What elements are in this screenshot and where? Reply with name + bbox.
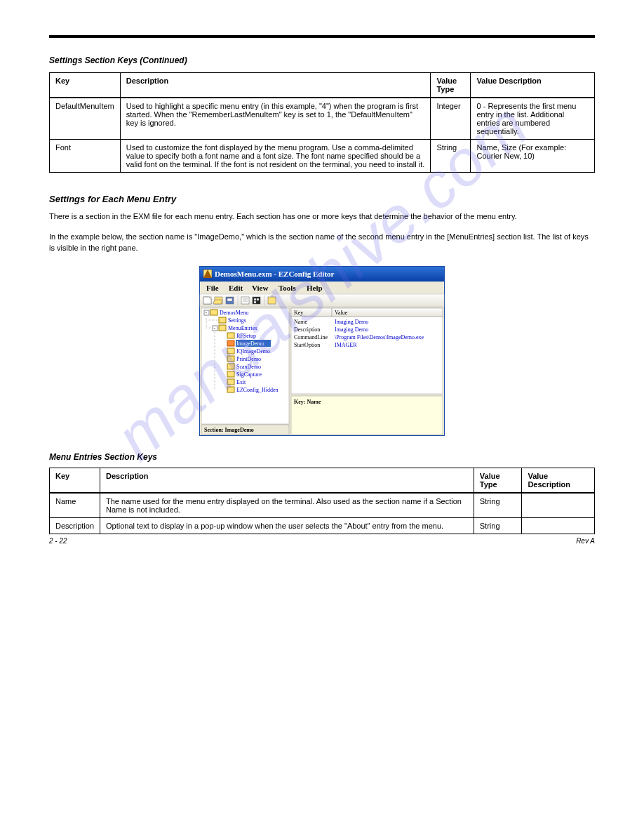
header-rule bbox=[49, 35, 595, 38]
cell-vtype: String bbox=[474, 518, 522, 534]
cell-key: DefaultMenuItem bbox=[50, 98, 121, 140]
table-header-row: Key Description Value Type Value Descrip… bbox=[50, 468, 595, 494]
svg-rect-35 bbox=[227, 387, 234, 392]
table-row: Name The name used for the menu entry di… bbox=[50, 493, 595, 518]
kv-k3: StartOption bbox=[294, 342, 320, 348]
section2-heading: Settings for Each Menu Entry bbox=[49, 194, 595, 204]
kv-v2: \Program Files\Demos\ImageDemo.exe bbox=[335, 334, 424, 340]
tree-scandemo: ScanDemo bbox=[236, 364, 261, 370]
svg-rect-34 bbox=[227, 379, 234, 385]
table-header-row: Key Description Value Type Value Descrip… bbox=[50, 73, 595, 98]
tree-ezconfighidden: EZConfig_Hidden bbox=[236, 387, 279, 393]
cell-desc: Used to customize the font displayed by … bbox=[120, 140, 431, 173]
svg-rect-43 bbox=[332, 308, 443, 317]
tree-sigcapture: SigCapture bbox=[236, 371, 262, 378]
svg-rect-22 bbox=[210, 310, 217, 315]
svg-rect-26 bbox=[219, 325, 226, 331]
menu-view: View bbox=[252, 284, 268, 292]
section2-para2: In the example below, the section name i… bbox=[49, 232, 595, 253]
svg-rect-28 bbox=[227, 340, 234, 346]
svg-rect-31 bbox=[227, 356, 234, 362]
cell-vtype: String bbox=[474, 493, 522, 518]
cell-vdesc bbox=[522, 518, 595, 534]
svg-rect-30 bbox=[227, 348, 234, 354]
tree-menuentries: MenuEntries bbox=[228, 325, 257, 331]
tree-root: DemosMenu bbox=[220, 310, 248, 316]
svg-rect-18 bbox=[268, 297, 276, 304]
svg-rect-33 bbox=[227, 371, 234, 377]
menu-tools: Tools bbox=[279, 284, 296, 292]
section2-para1: There is a section in the EXM file for e… bbox=[49, 211, 595, 222]
tree-settings: Settings bbox=[228, 317, 246, 324]
cell-desc: Optional text to display in a pop-up win… bbox=[100, 518, 474, 534]
cell-vdesc: 0 - Represents the first menu entry in t… bbox=[471, 98, 595, 140]
page-footer: 2 - 22 Rev A bbox=[49, 537, 595, 545]
section-label: Section: ImageDemo bbox=[204, 427, 254, 433]
svg-rect-8 bbox=[227, 298, 232, 301]
menu-edit: Edit bbox=[229, 284, 243, 292]
tree-iqimagedemo: IQImageDemo bbox=[236, 348, 270, 355]
svg-rect-27 bbox=[227, 333, 234, 338]
ezconfig-screenshot: DemosMenu.exm - EZConfig Editor File Edi… bbox=[199, 266, 445, 436]
cell-desc: Used to highlight a specific menu entry … bbox=[120, 98, 431, 140]
col-vdesc: Value Description bbox=[471, 73, 595, 98]
kv-v3: IMAGER bbox=[335, 342, 357, 348]
kv-k0: Name bbox=[294, 319, 308, 325]
col-vtype: Value Type bbox=[431, 73, 471, 98]
cell-vdesc bbox=[522, 493, 595, 518]
listhdr-value: Value bbox=[335, 310, 348, 316]
svg-rect-16 bbox=[254, 301, 256, 303]
cell-key: Font bbox=[50, 140, 121, 173]
titlebar-text: DemosMenu.exm - EZConfig Editor bbox=[215, 270, 335, 278]
cell-vtype: Integer bbox=[431, 98, 471, 140]
svg-rect-32 bbox=[227, 364, 234, 369]
col-vtype: Value Type bbox=[474, 468, 522, 494]
menu-help: Help bbox=[307, 284, 323, 292]
tree-rfsetup: RFSetup bbox=[236, 333, 256, 339]
cell-desc: The name used for the menu entry display… bbox=[100, 493, 474, 518]
kv-v1: Imaging Demo bbox=[335, 326, 368, 333]
table-row: DefaultMenuItem Used to highlight a spec… bbox=[50, 98, 595, 140]
svg-rect-15 bbox=[257, 298, 259, 300]
tree-imagedemo: ImageDemo bbox=[236, 340, 264, 347]
tree-printdemo: PrintDemo bbox=[236, 356, 261, 362]
col-key: Key bbox=[50, 73, 121, 98]
table-row: Description Optional text to display in … bbox=[50, 518, 595, 534]
cell-key: Name bbox=[50, 493, 100, 518]
table-row: Font Used to customize the font displaye… bbox=[50, 140, 595, 173]
col-key: Key bbox=[50, 468, 100, 494]
tree-exit: Exit bbox=[236, 379, 246, 385]
listhdr-key: Key bbox=[294, 310, 303, 316]
menu-file: File bbox=[206, 284, 219, 292]
kv-k1: Description bbox=[294, 326, 320, 333]
svg-rect-23 bbox=[219, 317, 226, 323]
page-content: Settings Section Keys (Continued) Key De… bbox=[49, 35, 595, 534]
cell-vtype: String bbox=[431, 140, 471, 173]
table2-caption: Menu Entries Section Keys bbox=[49, 452, 595, 462]
svg-text:-: - bbox=[206, 310, 208, 316]
svg-rect-14 bbox=[254, 298, 256, 300]
col-desc: Description bbox=[100, 468, 474, 494]
footer-right: Rev A bbox=[576, 537, 595, 545]
svg-rect-10 bbox=[241, 297, 249, 304]
svg-rect-13 bbox=[253, 297, 260, 304]
col-vdesc: Value Description bbox=[522, 468, 595, 494]
svg-text:-: - bbox=[214, 325, 216, 331]
menu-entries-keys-table: Key Description Value Type Value Descrip… bbox=[49, 468, 595, 534]
screenshot-figure: DemosMenu.exm - EZConfig Editor File Edi… bbox=[49, 266, 595, 438]
cell-key: Description bbox=[50, 518, 100, 534]
svg-rect-4 bbox=[200, 294, 444, 307]
footer-left: 2 - 22 bbox=[49, 537, 67, 545]
kv-k2: CommandLine bbox=[294, 334, 328, 340]
col-desc: Description bbox=[120, 73, 431, 98]
keyname-label: Key: Name bbox=[294, 399, 321, 405]
settings-keys-table: Key Description Value Type Value Descrip… bbox=[49, 72, 595, 173]
kv-v0: Imaging Demo bbox=[335, 319, 368, 325]
cell-vdesc: Name, Size (For example: Courier New, 10… bbox=[471, 140, 595, 173]
table1-caption: Settings Section Keys (Continued) bbox=[49, 55, 595, 65]
